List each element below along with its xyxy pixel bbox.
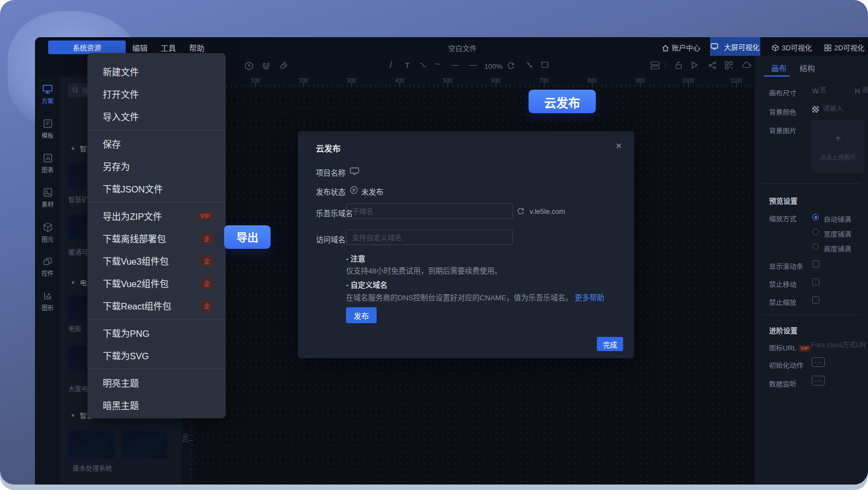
file-menu-dropdown: 新建文件 打开文件 导入文件 保存 另存为 下载JSON文件 导出为ZIP文件V… [87, 53, 226, 418]
magnet-icon[interactable] [262, 61, 271, 70]
text-tool-icon[interactable]: T [405, 61, 410, 70]
sidebar-item-templates[interactable]: 模板 [35, 119, 60, 153]
asset-label: 电能 [68, 324, 81, 333]
menu-help[interactable]: 帮助 [189, 42, 204, 53]
unlock-icon[interactable] [675, 61, 683, 69]
canvas-height-input[interactable] [862, 86, 868, 94]
more-help-link[interactable]: 更多帮助 [575, 294, 605, 302]
nav-tab-bigscreen[interactable]: 大屏可视化 [710, 37, 760, 56]
color-swatch[interactable] [812, 106, 819, 113]
menu-item-offline-package[interactable]: 下载离线部署包企 [87, 227, 226, 249]
menu-item-react-package[interactable]: 下载React组件包企 [87, 294, 226, 317]
domain-refresh-icon[interactable] [517, 207, 525, 215]
dash-tool-icon[interactable]: — [469, 60, 477, 69]
layout-icon[interactable] [650, 61, 660, 69]
nav-tab-3d[interactable]: 3D可视化 [772, 42, 812, 52]
cloud-icon[interactable] [742, 61, 752, 68]
menu-item-save[interactable]: 保存 [87, 132, 226, 155]
done-button[interactable]: 完成 [597, 337, 623, 351]
menu-tools[interactable]: 工具 [161, 42, 176, 53]
frame-icon[interactable] [541, 61, 549, 68]
menu-item-import-file[interactable]: 导入文件 [87, 105, 226, 127]
ruler-label: 300 [347, 78, 356, 84]
system-resources-button[interactable]: 系统资源 [48, 40, 126, 54]
qrcode-icon[interactable] [725, 61, 733, 69]
eraser-icon[interactable] [279, 61, 288, 69]
sidebar-item-pens[interactable]: 图元 [35, 222, 60, 256]
curve-tool-icon[interactable] [419, 61, 427, 69]
sidebar-item-materials[interactable]: 素材 [35, 188, 60, 222]
asset-thumbnail[interactable] [67, 429, 115, 459]
show-scrollbar-checkbox[interactable] [812, 260, 819, 267]
menu-item-save-as[interactable]: 另存为 [87, 155, 226, 177]
wave-tool-icon[interactable]: ~ [435, 59, 440, 70]
tab-canvas[interactable]: 画布 [771, 62, 787, 73]
close-icon[interactable]: ✕ [613, 141, 624, 151]
widgets-icon [43, 256, 53, 266]
sidebar-item-controls[interactable]: 控件 [35, 256, 60, 291]
menu-item-export-zip[interactable]: 导出为ZIP文件VIP [87, 205, 226, 227]
menu-item-light-theme[interactable]: 明亮主题 [87, 371, 226, 394]
radio-width-fill[interactable] [812, 229, 819, 235]
ruler-label: 900 [636, 78, 645, 84]
bg-image-upload[interactable]: + 点击上传图片 [811, 120, 865, 173]
enterprise-badge: 企 [200, 255, 214, 266]
menu-divider [87, 369, 226, 369]
scale-mode-label: 缩放方式 [769, 213, 796, 224]
sidebar-item-charts[interactable]: 图表 [35, 153, 60, 188]
subdomain-input[interactable] [346, 203, 513, 219]
data-listen-more-button[interactable]: ··· [812, 376, 825, 386]
ruler-label: 400 [395, 78, 404, 84]
radio-auto-fill[interactable] [812, 214, 819, 220]
play-icon[interactable] [691, 61, 698, 69]
menu-item-download-svg[interactable]: 下载为SVG [87, 344, 226, 366]
menu-item-new-file[interactable]: 新建文件 [87, 60, 226, 83]
menu-item-open-file[interactable]: 打开文件 [87, 83, 226, 105]
document-title: 空白文件 [424, 43, 501, 53]
disable-zoom-checkbox[interactable] [812, 296, 819, 304]
show-scrollbar-label: 显示滚动条 [769, 261, 804, 271]
preview-settings-title: 预览设置 [769, 195, 797, 206]
menu-divider [87, 130, 226, 130]
init-action-label: 初始化动作 [769, 360, 804, 370]
menu-item-vue3-package[interactable]: 下载Vue3组件包企 [87, 249, 226, 272]
cloud-publish-callout[interactable]: 云发布 [529, 90, 596, 113]
nav-account-center[interactable]: 账户中心 [662, 42, 700, 52]
custom-domain-input[interactable] [346, 230, 513, 245]
line-tool-icon[interactable]: — [451, 60, 459, 69]
sidebar-item-shapes[interactable]: 图形 [35, 291, 60, 325]
menu-item-dark-theme[interactable]: 暗黑主题 [87, 394, 226, 416]
sidebar-item-solutions[interactable]: 方案 [35, 84, 60, 119]
share-icon[interactable] [708, 61, 717, 69]
disable-move-label: 禁止移动 [769, 279, 796, 289]
disable-move-checkbox[interactable] [812, 278, 819, 285]
icon-url-input[interactable] [811, 341, 866, 349]
pen-tool-icon[interactable]: / [390, 60, 392, 70]
nav-tab-2d[interactable]: 2D可视化 [824, 42, 865, 52]
canvas-width-input[interactable] [819, 86, 842, 94]
fit-screen-icon[interactable] [526, 61, 533, 69]
publish-button[interactable]: 发布 [346, 307, 377, 323]
dialog-title: 云发布 [316, 142, 341, 154]
radio-height-fill[interactable] [812, 243, 819, 250]
sidebar-item-label: 控件 [42, 269, 54, 277]
radio-label: 自动铺满 [824, 214, 851, 224]
ruler-label: 200 [299, 78, 308, 84]
export-callout[interactable]: 导出 [224, 225, 271, 249]
bg-color-input[interactable] [823, 105, 861, 113]
refresh-zoom-icon[interactable] [507, 61, 515, 69]
ruler-label: 1100 [730, 78, 742, 84]
sidebar-item-label: 模板 [42, 131, 54, 139]
tab-structure[interactable]: 结构 [800, 62, 815, 73]
status-play-icon [350, 186, 358, 194]
hexagon-pen-icon[interactable] [244, 61, 254, 71]
init-action-more-button[interactable]: ··· [812, 357, 825, 367]
asset-thumbnail[interactable] [120, 429, 168, 459]
custom-domain-label: 访问域名 [316, 234, 345, 244]
menu-item-download-png[interactable]: 下载为PNG [87, 322, 226, 344]
menu-item-download-json[interactable]: 下载JSON文件 [87, 177, 226, 200]
menu-edit[interactable]: 编辑 [132, 42, 148, 53]
zoom-level[interactable]: 100% [484, 62, 502, 71]
menu-item-vue2-package[interactable]: 下载Vue2组件包企 [87, 272, 226, 294]
horizontal-ruler: 100 200 300 400 500 600 700 800 900 1000… [193, 77, 754, 88]
